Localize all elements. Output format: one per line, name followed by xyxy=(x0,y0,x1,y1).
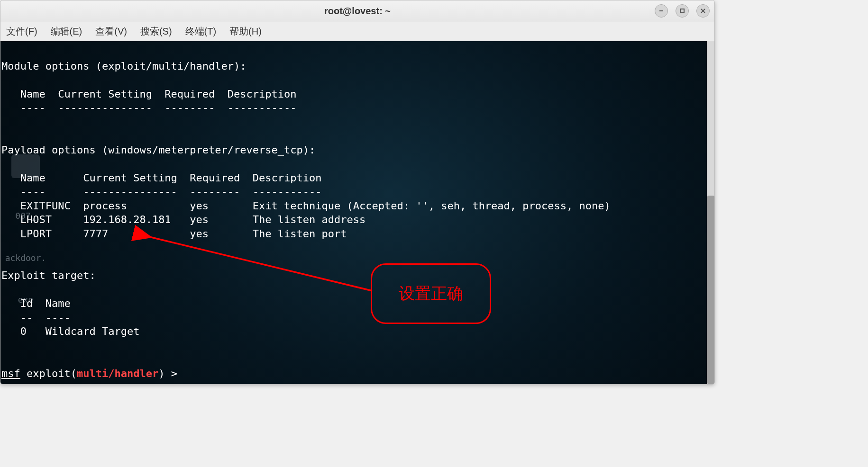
minimize-icon xyxy=(658,8,665,14)
module-columns: Name Current Setting Required Descriptio… xyxy=(1,88,297,100)
payload-dashes: ---- --------------- -------- ----------… xyxy=(1,186,322,198)
annotation-box: 设置正确 xyxy=(371,263,491,324)
scrollbar-thumb[interactable] xyxy=(707,196,714,384)
payload-row-exitfunc: EXITFUNC process yes Exit technique (Acc… xyxy=(1,200,611,212)
terminal-window: root@lovest: ~ 文件(F) 编辑(E) 查看(V) 搜索(S) 终… xyxy=(0,0,715,385)
minimize-button[interactable] xyxy=(655,4,668,18)
payload-row-lport: LPORT 7777 yes The listen port xyxy=(1,228,347,240)
terminal-content: Module options (exploit/multi/handler): … xyxy=(0,41,611,380)
menu-view[interactable]: 查看(V) xyxy=(95,25,127,38)
target-columns: Id Name xyxy=(1,297,71,309)
payload-options-header: Payload options (windows/meterpreter/rev… xyxy=(1,144,315,156)
module-options-header: Module options (exploit/multi/handler): xyxy=(1,60,247,72)
module-dashes: ---- --------------- -------- ----------… xyxy=(1,102,297,114)
target-dashes: -- ---- xyxy=(1,312,71,323)
annotation-label: 设置正确 xyxy=(399,283,463,305)
terminal-viewport[interactable]: 007_ ackdoor. exe Module options (exploi… xyxy=(0,41,714,384)
menu-edit[interactable]: 编辑(E) xyxy=(51,25,82,38)
prompt-exploit-open: exploit( xyxy=(20,368,77,379)
prompt-close: ) > xyxy=(158,368,183,379)
exploit-target-header: Exploit target: xyxy=(1,269,96,281)
menu-file[interactable]: 文件(F) xyxy=(6,25,37,38)
menu-terminal[interactable]: 终端(T) xyxy=(185,25,217,38)
close-button[interactable] xyxy=(696,4,710,18)
payload-columns: Name Current Setting Required Descriptio… xyxy=(1,172,322,184)
payload-row-lhost: LHOST 192.168.28.181 yes The listen addr… xyxy=(1,214,365,225)
maximize-icon xyxy=(679,8,685,14)
prompt-module: multi/handler xyxy=(77,368,158,379)
menubar: 文件(F) 编辑(E) 查看(V) 搜索(S) 终端(T) 帮助(H) xyxy=(0,22,714,41)
target-row: 0 Wildcard Target xyxy=(1,325,139,337)
menu-help[interactable]: 帮助(H) xyxy=(229,25,262,38)
menu-search[interactable]: 搜索(S) xyxy=(140,25,172,38)
titlebar: root@lovest: ~ xyxy=(0,0,714,22)
window-title: root@lovest: ~ xyxy=(324,6,391,17)
svg-rect-1 xyxy=(680,9,684,13)
window-controls xyxy=(655,4,710,18)
close-icon xyxy=(700,8,706,14)
maximize-button[interactable] xyxy=(676,4,689,18)
terminal-scrollbar[interactable] xyxy=(707,41,714,384)
prompt-msf: msf xyxy=(1,368,20,379)
